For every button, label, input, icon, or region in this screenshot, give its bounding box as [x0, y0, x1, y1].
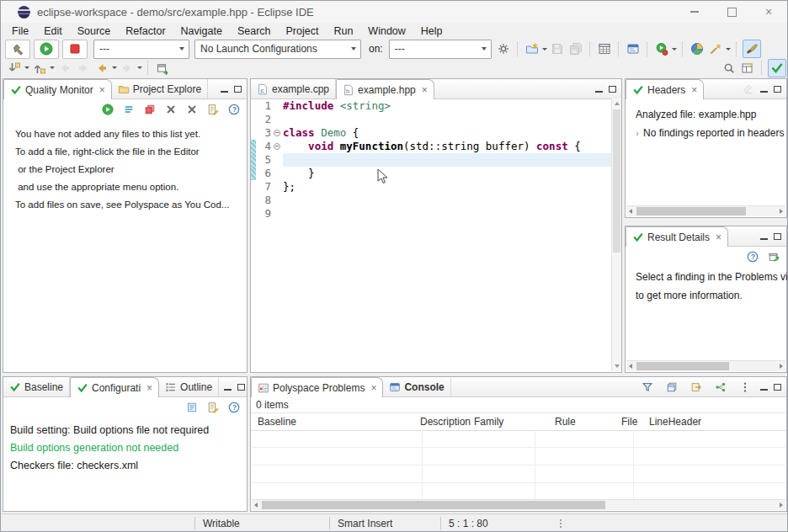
view-menu-button[interactable]	[737, 379, 753, 396]
column-header[interactable]: Baseline	[258, 416, 420, 428]
next-annotation-button[interactable]	[6, 60, 23, 77]
run-analysis-button[interactable]	[34, 40, 59, 59]
tab-console[interactable]: Console	[383, 377, 450, 396]
tab-outline[interactable]: Outline	[159, 377, 219, 396]
close-button[interactable]: ×	[750, 1, 787, 23]
clear-all-button[interactable]	[184, 101, 200, 118]
fold-marker-icon[interactable]	[274, 143, 280, 150]
menu-item[interactable]: Project	[279, 25, 327, 37]
tab-result-details[interactable]: Result Details ×	[626, 226, 728, 247]
menu-item[interactable]: Source	[70, 25, 119, 37]
edit-config-button[interactable]	[205, 399, 221, 416]
close-icon[interactable]: ×	[146, 382, 152, 394]
stop-analysis-button[interactable]	[62, 40, 88, 59]
menu-item[interactable]: Search	[230, 25, 279, 37]
menu-item[interactable]: Edit	[36, 25, 70, 37]
expand-chevron-icon[interactable]: ›	[636, 125, 639, 141]
column-header[interactable]: Header	[668, 416, 701, 428]
column-header[interactable]: Rule	[555, 416, 621, 428]
maximize-view-button[interactable]	[234, 86, 242, 93]
external-tools-dropdown[interactable]	[726, 48, 731, 51]
headers-horizontal-scrollbar[interactable]	[626, 205, 785, 216]
fold-marker-icon[interactable]	[274, 130, 280, 136]
forward-button[interactable]	[75, 60, 92, 77]
minimize-view-button[interactable]	[224, 384, 232, 391]
tab-headers[interactable]: Headers ×	[626, 79, 704, 99]
run-monitor-button[interactable]	[99, 101, 116, 118]
menu-item[interactable]: Navigate	[173, 25, 230, 37]
close-icon[interactable]: ×	[99, 84, 105, 96]
minimize-view-button[interactable]	[760, 233, 768, 240]
edit-config-button[interactable]	[205, 101, 221, 118]
minimize-button[interactable]	[676, 1, 713, 23]
close-icon[interactable]: ×	[370, 382, 376, 394]
previous-annotation-dropdown[interactable]	[50, 66, 55, 69]
group-by-button[interactable]	[712, 379, 729, 396]
tab-example-hpp[interactable]: example.hpp ×	[336, 79, 434, 99]
column-header[interactable]: Family	[474, 416, 555, 428]
minimize-view-button[interactable]	[595, 86, 603, 93]
open-console-button[interactable]	[625, 40, 642, 57]
show-list-button[interactable]	[120, 101, 137, 118]
launch-target-combo[interactable]: ---	[389, 40, 492, 59]
column-header[interactable]: Line	[649, 416, 668, 428]
tab-baseline[interactable]: Baseline	[3, 377, 70, 396]
last-edit-location-button[interactable]	[93, 60, 110, 77]
back-button[interactable]	[56, 60, 73, 77]
polyspace-perspective-button[interactable]	[768, 59, 786, 77]
menu-item[interactable]: Help	[413, 25, 450, 37]
remove-files-button[interactable]	[141, 101, 158, 118]
minimize-view-button[interactable]	[760, 384, 768, 391]
tab-quality-monitor[interactable]: Quality Monitor ×	[3, 79, 112, 99]
menu-item[interactable]: Run	[326, 25, 360, 37]
filter-button[interactable]	[639, 379, 656, 396]
problems-horizontal-scrollbar[interactable]	[252, 499, 785, 510]
save-button[interactable]	[549, 40, 566, 57]
launch-settings-gear-button[interactable]	[495, 40, 512, 57]
show-report-button[interactable]	[184, 399, 200, 416]
build-configuration-combo[interactable]: ---	[93, 40, 189, 59]
back-history-dropdown[interactable]	[112, 66, 117, 69]
help-button[interactable]	[226, 101, 242, 118]
maximize-view-button[interactable]	[774, 233, 781, 240]
run-dropdown[interactable]	[672, 48, 677, 51]
external-tools-button[interactable]	[707, 40, 724, 57]
progress-trim-icon[interactable]	[560, 518, 562, 529]
forward-history-button[interactable]	[119, 60, 136, 77]
findings-row[interactable]: ›No findings reported in headers	[636, 124, 786, 142]
launch-configuration-combo[interactable]: No Launch Configurations	[194, 40, 361, 59]
result-details-horizontal-scrollbar[interactable]	[626, 360, 785, 371]
save-all-button[interactable]	[567, 40, 584, 57]
tab-example-cpp[interactable]: example.cpp	[251, 79, 336, 98]
new-wizard-dropdown[interactable]	[542, 48, 547, 51]
previous-annotation-button[interactable]	[31, 60, 48, 77]
clear-headers-button[interactable]	[743, 83, 754, 95]
open-result-button[interactable]	[765, 248, 782, 265]
next-annotation-dropdown[interactable]	[24, 66, 29, 69]
new-wizard-button[interactable]	[524, 40, 540, 57]
build-project-button[interactable]	[5, 40, 30, 59]
link-with-editor-button[interactable]	[154, 60, 171, 77]
help-button[interactable]	[226, 399, 242, 416]
polyspace-as-you-code-button[interactable]	[743, 40, 761, 58]
column-header[interactable]: File	[621, 416, 649, 428]
build-all-button[interactable]	[596, 40, 613, 57]
copy-button[interactable]	[663, 379, 680, 396]
tab-project-explorer[interactable]: Project Explore	[112, 79, 208, 98]
search-button[interactable]	[721, 60, 737, 77]
maximize-view-button[interactable]	[774, 384, 781, 391]
clear-button[interactable]	[162, 101, 179, 118]
menu-item[interactable]: Window	[360, 25, 413, 37]
column-header[interactable]: Description	[420, 416, 474, 428]
menu-item[interactable]: Refactor	[118, 25, 173, 37]
minimize-view-button[interactable]	[760, 86, 768, 93]
close-icon[interactable]: ×	[422, 84, 428, 96]
tab-configuration[interactable]: Configurati ×	[70, 377, 159, 397]
close-icon[interactable]: ×	[691, 84, 697, 96]
maximize-button[interactable]	[713, 1, 750, 23]
code-editor[interactable]: 1#include <string>23class Demo {4 void m…	[251, 99, 621, 373]
close-icon[interactable]: ×	[716, 231, 721, 243]
run-button[interactable]	[653, 40, 670, 57]
help-button[interactable]	[744, 248, 761, 265]
editor-vertical-scrollbar[interactable]	[611, 98, 621, 371]
